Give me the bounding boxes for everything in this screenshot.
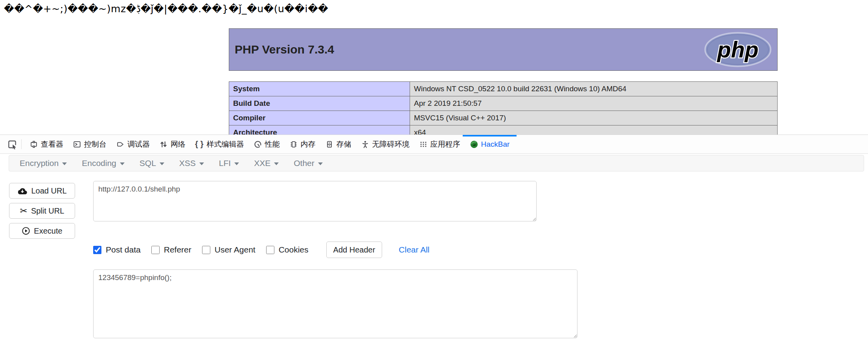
memory-chip-icon — [289, 140, 298, 149]
tab-label: 网络 — [171, 139, 186, 149]
table-row: Compiler MSVC15 (Visual C++ 2017) — [229, 111, 778, 125]
menu-encryption[interactable]: Encryption — [12, 159, 74, 168]
tab-debugger[interactable]: 调试器 — [111, 135, 154, 153]
tab-style-editor[interactable]: { } 样式编辑器 — [190, 135, 249, 153]
tab-hackbar[interactable]: HackBar — [465, 135, 515, 153]
storage-icon — [325, 140, 334, 149]
toolbar-separator — [21, 139, 22, 149]
browser-viewport: ��^�+~;)���~)mz�ڋ�ǰ�|���.��}�ǰ_�u�(u��i�… — [0, 0, 868, 354]
menu-lfi[interactable]: LFI — [211, 159, 246, 168]
tab-console[interactable]: 控制台 — [68, 135, 111, 153]
post-data-checkbox[interactable] — [93, 246, 101, 254]
user-agent-option: User Agent — [202, 245, 256, 254]
devtools-panel: 查看器 控制台 调试器 — [0, 135, 868, 354]
button-label: Split URL — [31, 206, 64, 216]
options-row: Post data Referer User Agent Cookies Add… — [93, 241, 430, 258]
raw-binary-output-text: ��^�+~;)���~)mz�ڋ�ǰ�|���.��}�ǰ_�u�(u��i�… — [4, 3, 328, 15]
tab-label: 存储 — [337, 139, 351, 149]
tab-storage[interactable]: 存储 — [320, 135, 356, 153]
chevron-down-icon — [120, 162, 125, 165]
cloud-download-icon — [17, 187, 28, 195]
menu-label: XXE — [254, 159, 270, 168]
checkbox-label: User Agent — [215, 245, 256, 254]
execute-button[interactable]: Execute — [9, 223, 75, 239]
tab-label: 查看器 — [41, 139, 63, 149]
post-data-input[interactable]: 123456789=phpinfo(); — [93, 269, 577, 338]
hackbar-menubar: Encryption Encoding SQL XSS LFI XXE — [9, 155, 864, 171]
pick-element-button[interactable] — [4, 135, 20, 153]
row-label: System — [229, 82, 410, 96]
button-label: Execute — [34, 227, 62, 236]
url-input[interactable]: http://127.0.0.1/shell.php — [93, 181, 537, 221]
add-header-button[interactable]: Add Header — [326, 242, 383, 258]
menu-label: Encryption — [20, 159, 59, 168]
scissors-icon: ✂ — [20, 206, 28, 216]
inspector-icon — [29, 140, 38, 149]
checkbox-label: Referer — [164, 245, 191, 254]
menu-label: LFI — [219, 159, 231, 168]
tab-accessibility[interactable]: 无障碍环境 — [356, 135, 414, 153]
chevron-down-icon — [160, 162, 164, 165]
split-url-button[interactable]: ✂ Split URL — [9, 203, 75, 219]
performance-gauge-icon — [254, 140, 262, 149]
referer-option: Referer — [151, 245, 191, 254]
cookies-checkbox[interactable] — [266, 246, 274, 254]
tab-label: 控制台 — [84, 139, 107, 149]
post-data-option: Post data — [93, 245, 141, 254]
debugger-icon — [116, 140, 125, 149]
pick-element-icon — [7, 139, 17, 149]
phpinfo-header: PHP Version 7.3.4 php — [229, 28, 778, 71]
button-label: Load URL — [31, 186, 66, 195]
style-editor-icon: { } — [195, 140, 204, 149]
menu-label: Encoding — [82, 159, 116, 168]
table-row: Build Date Apr 2 2019 21:50:57 — [229, 96, 778, 111]
checkbox-label: Post data — [106, 245, 141, 254]
referer-checkbox[interactable] — [151, 246, 160, 254]
php-version-title: PHP Version 7.3.4 — [229, 43, 703, 56]
row-label: Compiler — [229, 111, 410, 125]
tab-label: 性能 — [265, 139, 280, 149]
play-circle-icon — [22, 227, 30, 235]
tab-label: 无障碍环境 — [372, 139, 410, 149]
tab-memory[interactable]: 内存 — [285, 135, 320, 153]
chevron-down-icon — [62, 162, 67, 165]
network-arrows-icon — [159, 140, 168, 149]
active-tab-indicator — [463, 135, 517, 136]
chevron-down-icon — [274, 162, 279, 165]
cookies-option: Cookies — [266, 245, 309, 254]
menu-label: Other — [294, 159, 314, 168]
table-row: System Windows NT CSD_0522 10.0 build 22… — [229, 82, 778, 96]
checkbox-label: Cookies — [279, 245, 309, 254]
chevron-down-icon — [199, 162, 204, 165]
devtools-tabbar: 查看器 控制台 调试器 — [0, 135, 868, 154]
menu-sql[interactable]: SQL — [132, 159, 172, 168]
clear-all-link[interactable]: Clear All — [399, 245, 429, 254]
application-grid-icon — [419, 140, 428, 149]
tab-label: HackBar — [481, 140, 510, 149]
tab-network[interactable]: 网络 — [154, 135, 190, 153]
tab-label: 样式编辑器 — [207, 139, 244, 149]
console-icon — [73, 140, 81, 149]
menu-other[interactable]: Other — [286, 159, 330, 168]
menu-xss[interactable]: XSS — [172, 159, 211, 168]
row-value: MSVC15 (Visual C++ 2017) — [410, 111, 778, 125]
phpinfo-table: System Windows NT CSD_0522 10.0 build 22… — [229, 81, 778, 140]
menu-encoding[interactable]: Encoding — [74, 159, 132, 168]
accessibility-person-icon — [361, 140, 370, 149]
load-url-button[interactable]: Load URL — [9, 183, 75, 199]
chevron-down-icon — [318, 162, 323, 165]
row-value: Windows NT CSD_0522 10.0 build 22631 (Wi… — [410, 82, 778, 96]
php-logo-text: php — [716, 37, 758, 62]
tab-performance[interactable]: 性能 — [249, 135, 285, 153]
tab-application[interactable]: 应用程序 — [414, 135, 465, 153]
php-logo-icon: php — [703, 31, 772, 68]
row-label: Build Date — [229, 96, 410, 111]
row-value: Apr 2 2019 21:50:57 — [410, 96, 778, 111]
tab-inspector[interactable]: 查看器 — [25, 135, 68, 153]
tab-label: 应用程序 — [430, 139, 460, 149]
menu-label: SQL — [140, 159, 156, 168]
chevron-down-icon — [234, 162, 239, 165]
user-agent-checkbox[interactable] — [202, 246, 210, 254]
tab-label: 调试器 — [127, 139, 150, 149]
menu-xxe[interactable]: XXE — [246, 159, 286, 168]
